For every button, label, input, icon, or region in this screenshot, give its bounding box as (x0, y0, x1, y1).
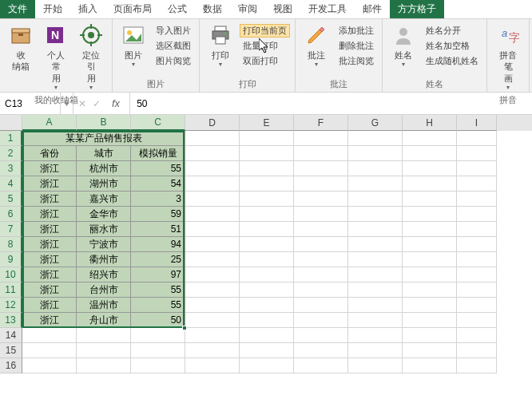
cell[interactable] (403, 252, 457, 267)
row-header-8[interactable]: 8 (0, 237, 22, 252)
cell[interactable]: 浙江 (22, 252, 77, 267)
cell[interactable] (294, 192, 348, 207)
cell[interactable] (185, 207, 240, 222)
cell[interactable] (240, 207, 294, 222)
cell[interactable] (294, 207, 348, 222)
cell[interactable]: 59 (131, 207, 185, 222)
cell[interactable]: 浙江 (22, 267, 77, 282)
cell[interactable] (403, 328, 457, 343)
row-header-7[interactable]: 7 (0, 222, 22, 237)
tab-developer[interactable]: 开发工具 (300, 0, 355, 18)
cell[interactable] (294, 252, 348, 267)
row-header-9[interactable]: 9 (0, 252, 22, 267)
cell[interactable] (348, 176, 403, 192)
cell[interactable] (131, 328, 185, 343)
cell[interactable] (403, 343, 457, 358)
cell[interactable] (403, 192, 457, 207)
cell[interactable] (185, 358, 240, 373)
cell[interactable] (131, 358, 185, 373)
cell[interactable] (403, 267, 457, 282)
row-header-15[interactable]: 15 (0, 343, 22, 358)
cell[interactable] (294, 146, 348, 161)
tab-view[interactable]: 视图 (265, 0, 300, 18)
row-header-6[interactable]: 6 (0, 207, 22, 222)
cell[interactable] (294, 131, 348, 146)
col-header-A[interactable]: A (22, 115, 77, 131)
cell[interactable] (240, 131, 294, 146)
tab-file[interactable]: 文件 (0, 0, 35, 18)
personal-button[interactable]: N 个人常 用 ▾ (40, 21, 72, 93)
col-header-H[interactable]: H (403, 115, 457, 131)
batch-print-item[interactable]: 批量打印 (240, 39, 290, 53)
col-header-F[interactable]: F (294, 115, 348, 131)
cell[interactable] (457, 131, 497, 146)
cell[interactable] (240, 237, 294, 252)
image-preview-item[interactable]: 图片阅览 (153, 54, 194, 68)
cell[interactable]: 55 (131, 298, 185, 313)
image-button[interactable]: 图片 ▾ (117, 21, 149, 69)
cell[interactable] (348, 343, 403, 358)
col-header-B[interactable]: B (77, 115, 131, 131)
locate-button[interactable]: 定位引 用 ▾ (75, 21, 107, 93)
space-name-item[interactable]: 姓名加空格 (423, 39, 482, 53)
confirm-icon[interactable]: ✓ (93, 98, 101, 109)
cell[interactable] (457, 207, 497, 222)
cell[interactable] (77, 358, 131, 373)
cell[interactable] (403, 282, 457, 298)
cell[interactable]: 浙江 (22, 176, 77, 192)
cell[interactable]: 54 (131, 176, 185, 192)
col-header-D[interactable]: D (185, 115, 240, 131)
cell[interactable]: 省份 (22, 146, 77, 161)
print-button[interactable]: 打印 ▾ (204, 21, 236, 69)
cells-grid[interactable]: 某某产品销售报表省份城市模拟销量浙江杭州市55浙江湖州市54浙江嘉兴市3浙江金华… (22, 131, 497, 373)
cancel-icon[interactable]: ✕ (78, 98, 86, 109)
tab-page-layout[interactable]: 页面布局 (105, 0, 160, 18)
cell[interactable] (348, 313, 403, 328)
cell[interactable]: 浙江 (22, 161, 77, 176)
cell[interactable] (403, 146, 457, 161)
cell[interactable] (457, 252, 497, 267)
row-header-11[interactable]: 11 (0, 282, 22, 298)
cell[interactable] (403, 237, 457, 252)
cell[interactable] (185, 328, 240, 343)
split-name-item[interactable]: 姓名分开 (423, 24, 482, 38)
cell[interactable]: 模拟销量 (131, 146, 185, 161)
cell[interactable] (185, 161, 240, 176)
cell[interactable]: 嘉兴市 (77, 192, 131, 207)
cell[interactable] (185, 131, 240, 146)
cell[interactable] (348, 222, 403, 237)
cell[interactable] (457, 267, 497, 282)
cell[interactable] (185, 313, 240, 328)
cell[interactable] (348, 131, 403, 146)
cell[interactable] (348, 192, 403, 207)
cell[interactable] (348, 207, 403, 222)
cell[interactable]: 55 (131, 161, 185, 176)
cell[interactable]: 金华市 (77, 207, 131, 222)
tab-review[interactable]: 审阅 (230, 0, 265, 18)
cell[interactable] (294, 282, 348, 298)
cell[interactable] (403, 313, 457, 328)
cell[interactable] (185, 146, 240, 161)
cell[interactable] (240, 267, 294, 282)
cell[interactable] (294, 222, 348, 237)
cell[interactable]: 55 (131, 282, 185, 298)
name-box-dropdown[interactable]: ▼ (61, 93, 73, 114)
cell[interactable]: 3 (131, 192, 185, 207)
cell[interactable] (294, 358, 348, 373)
cell[interactable] (240, 298, 294, 313)
cell[interactable] (457, 237, 497, 252)
cell[interactable] (348, 298, 403, 313)
cell[interactable]: 25 (131, 252, 185, 267)
tab-home[interactable]: 开始 (35, 0, 70, 18)
cell[interactable]: 丽水市 (77, 222, 131, 237)
formula-input[interactable]: 50 (130, 93, 532, 114)
cell[interactable] (185, 252, 240, 267)
random-name-item[interactable]: 生成随机姓名 (423, 54, 482, 68)
cell[interactable] (185, 222, 240, 237)
row-header-14[interactable]: 14 (0, 328, 22, 343)
cell[interactable] (403, 176, 457, 192)
print-current-item[interactable]: 打印当前页 (240, 24, 290, 38)
tab-mail[interactable]: 邮件 (355, 0, 390, 18)
cell[interactable] (457, 222, 497, 237)
cell[interactable] (240, 252, 294, 267)
